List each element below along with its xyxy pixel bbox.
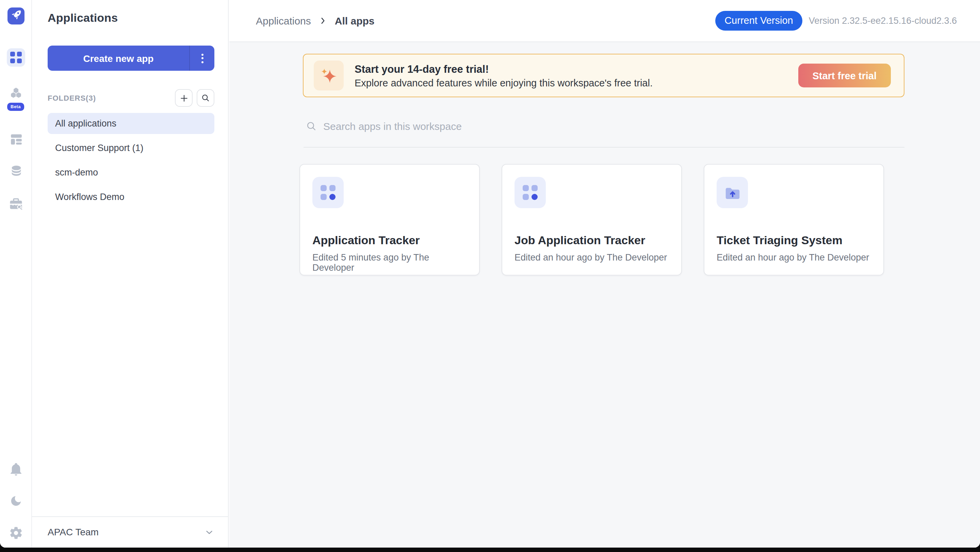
add-folder-button[interactable] [175, 89, 192, 107]
search-icon [305, 120, 317, 132]
search-apps-input[interactable] [323, 120, 609, 132]
breadcrumb-applications[interactable]: Applications [256, 15, 311, 27]
grid-dots-icon [321, 186, 336, 200]
app-card-application-tracker[interactable]: Application Tracker Edited 5 minutes ago… [299, 164, 480, 276]
grid-dots-icon [523, 186, 538, 200]
folder-list: All applications Customer Support (1) sc… [48, 113, 215, 211]
sidebar: Applications Create new app FOLDERS(3) A… [32, 0, 229, 547]
chevron-down-icon [204, 527, 215, 537]
chevron-right-icon [318, 16, 327, 25]
folder-upload-icon [723, 183, 741, 202]
rocket-icon [11, 9, 21, 23]
folders-header: FOLDERS(3) [48, 89, 215, 107]
app-card-grid: Application Tracker Edited 5 minutes ago… [299, 164, 980, 276]
app-icon-tile [717, 177, 748, 208]
create-new-app-button[interactable]: Create new app [48, 46, 189, 71]
start-free-trial-button[interactable]: Start free trial [798, 63, 891, 87]
notifications-button[interactable] [0, 462, 32, 479]
workspace-switcher[interactable]: APAC Team [32, 516, 228, 547]
app-card-ticket-triaging-system[interactable]: Ticket Triaging System Edited an hour ag… [704, 164, 884, 276]
nav-marketplace[interactable] [0, 196, 32, 213]
folders-label: FOLDERS(3) [48, 94, 96, 102]
version-text: Version 2.32.5-ee2.15.16-cloud2.3.6 [809, 16, 957, 26]
topbar: Applications All apps Current Version Ve… [229, 0, 980, 42]
page-title: Applications [48, 11, 215, 25]
workspace-name: APAC Team [48, 527, 99, 538]
nav-tables[interactable] [0, 133, 32, 149]
app-name: Application Tracker [312, 234, 467, 247]
moon-icon [10, 495, 22, 510]
dark-mode-toggle[interactable] [0, 495, 32, 510]
folder-item-customer-support[interactable]: Customer Support (1) [48, 137, 215, 159]
toolbox-icon [9, 196, 23, 213]
app-logo[interactable] [8, 8, 24, 24]
main-area: Applications All apps Current Version Ve… [229, 0, 980, 547]
apps-grid-icon [10, 52, 22, 63]
app-icon-tile [514, 177, 546, 208]
sparkles-icon [314, 60, 344, 90]
beta-badge: Beta [6, 102, 25, 111]
app-card-job-application-tracker[interactable]: Job Application Tracker Edited an hour a… [501, 164, 682, 276]
app-edited-meta: Edited an hour ago by The Developer [717, 252, 871, 263]
app-search [305, 115, 980, 137]
nav-apps-active[interactable] [7, 48, 25, 67]
nav-workflows[interactable] [0, 86, 32, 103]
app-edited-meta: Edited 5 minutes ago by The Developer [312, 252, 467, 273]
folder-item-workflows-demo[interactable]: Workflows Demo [48, 186, 215, 208]
search-folder-button[interactable] [197, 89, 215, 107]
icon-rail: Beta [0, 0, 32, 547]
trial-banner: Start your 14-day free trial! Explore ad… [303, 54, 904, 97]
layout-icon [9, 133, 23, 149]
app-name: Ticket Triaging System [717, 234, 871, 247]
folder-item-scm-demo[interactable]: scm-demo [48, 162, 215, 183]
breadcrumb-all-apps: All apps [335, 15, 375, 27]
create-app-menu-button[interactable] [189, 46, 215, 71]
divider [304, 147, 904, 148]
folder-item-all-applications[interactable]: All applications [48, 113, 215, 134]
database-icon [9, 164, 23, 180]
trial-banner-title: Start your 14-day free trial! [355, 63, 653, 75]
app-name: Job Application Tracker [514, 234, 669, 247]
create-app-split-button: Create new app [48, 46, 215, 71]
app-icon-tile [312, 177, 344, 208]
nav-data-sources[interactable] [0, 164, 32, 180]
bell-icon [9, 462, 23, 479]
hexagons-icon [9, 86, 23, 103]
content: Start your 14-day free trial! Explore ad… [229, 54, 980, 276]
app-window: Beta [0, 0, 980, 547]
gear-icon [9, 526, 23, 543]
trial-banner-subtitle: Explore advanced features while enjoying… [355, 77, 653, 88]
current-version-badge[interactable]: Current Version [715, 11, 803, 31]
app-edited-meta: Edited an hour ago by The Developer [514, 252, 669, 263]
settings-button[interactable] [0, 526, 32, 543]
